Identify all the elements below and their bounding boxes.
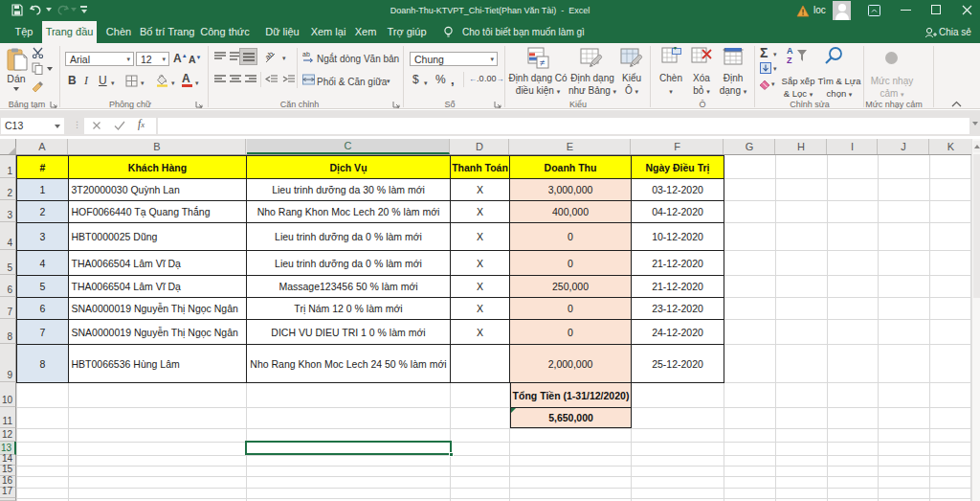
- svg-text:A: A: [787, 46, 793, 56]
- svg-text:≠: ≠: [540, 57, 546, 68]
- svg-text:ab: ab: [264, 51, 276, 61]
- svg-text:ab: ab: [302, 51, 310, 57]
- svg-text:Z: Z: [787, 56, 792, 64]
